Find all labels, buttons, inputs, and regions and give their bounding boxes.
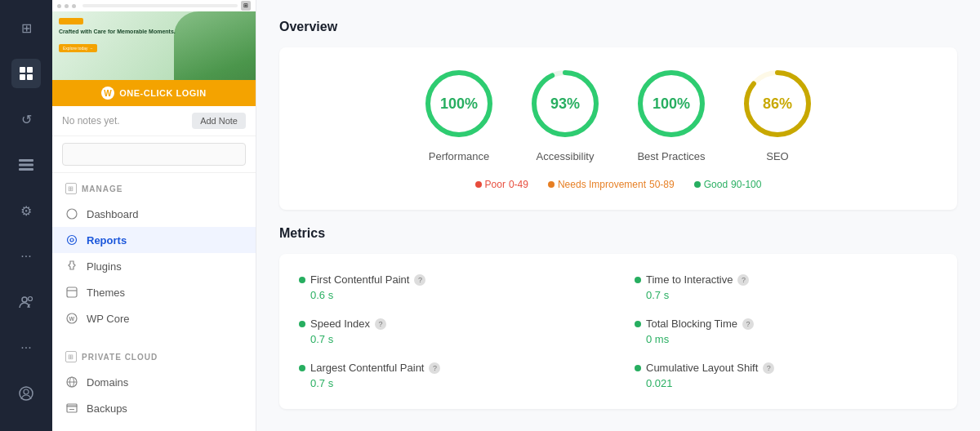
cls-value: 0.021: [635, 377, 938, 389]
search-input[interactable]: [62, 143, 246, 166]
settings-icon[interactable]: ⚙: [11, 196, 41, 225]
cls-label: Cumulative Layout Shift: [646, 362, 758, 374]
score-best-practices: 100% Best Practices: [635, 67, 708, 162]
sidebar: ⊞ Crafted with Care for Memorable Moment…: [52, 0, 256, 431]
site-preview[interactable]: ⊞ Crafted with Care for Memorable Moment…: [52, 0, 256, 80]
manage-label: ⊞ MANAGE: [52, 183, 256, 201]
seo-chart: 86%: [741, 67, 814, 140]
domains-icon: [65, 375, 78, 389]
overview-title: Overview: [279, 20, 957, 34]
tbt-dot: [635, 321, 641, 327]
themes-icon: [65, 286, 78, 299]
wp-core-label: WP Core: [87, 313, 130, 325]
cls-info-icon[interactable]: ?: [763, 362, 774, 374]
accessibility-value: 93%: [550, 96, 580, 113]
legend-good: Good 90-100: [694, 179, 762, 190]
metric-tbt: Total Blocking Time ? 0 ms: [635, 318, 938, 345]
metric-si: Speed Index ? 0.7 s: [299, 318, 602, 345]
dots2-icon[interactable]: ···: [11, 333, 41, 362]
svg-text:W: W: [69, 316, 75, 322]
backups-icon: [65, 402, 78, 415]
wp-core-icon: W: [65, 312, 78, 325]
accessibility-chart: 93%: [528, 67, 602, 140]
add-note-button[interactable]: Add Note: [192, 113, 246, 129]
seo-value: 86%: [763, 96, 792, 113]
tti-value: 0.7 s: [635, 289, 938, 301]
backups-label: Backups: [87, 402, 127, 415]
best-practices-label: Best Practices: [637, 150, 705, 162]
cls-dot: [635, 365, 641, 371]
scores-row: 100% Performance 93% Accessibility: [299, 67, 938, 162]
preview-headline: Crafted with Care for Memorable Moments.: [59, 28, 249, 35]
sidebar-item-plugins[interactable]: Plugins: [52, 253, 256, 279]
legend-needs: Needs Improvement 50-89: [548, 179, 675, 190]
preview-small-btn: Explore today →: [59, 44, 97, 52]
reports-icon: [65, 233, 78, 247]
tti-label: Time to Interactive: [646, 273, 733, 286]
svg-point-8: [29, 297, 33, 301]
layout-icon[interactable]: [11, 59, 41, 88]
notes-area: No notes yet. Add Note: [52, 106, 256, 136]
metrics-grid: First Contentful Paint ? 0.6 s Time to I…: [299, 273, 938, 389]
svg-rect-3: [27, 74, 33, 80]
sidebar-item-backups[interactable]: Backups: [52, 395, 256, 421]
fcp-label: First Contentful Paint: [310, 273, 409, 286]
svg-point-12: [70, 238, 74, 242]
sidebar-item-domains[interactable]: Domains: [52, 369, 256, 395]
accessibility-label: Accessibility: [537, 150, 595, 162]
si-value: 0.7 s: [299, 333, 602, 345]
plugins-icon: [65, 260, 78, 273]
best-practices-chart: 100%: [635, 67, 708, 140]
grid-icon[interactable]: ⊞: [11, 13, 41, 42]
tbt-info-icon[interactable]: ?: [742, 318, 754, 330]
fcp-dot: [299, 277, 305, 283]
dashboard-label: Dashboard: [87, 208, 139, 220]
svg-rect-4: [19, 159, 33, 162]
sidebar-item-reports[interactable]: Reports: [52, 227, 256, 253]
legend-needs-label: Needs Improvement: [558, 179, 646, 190]
seo-label: SEO: [766, 150, 788, 162]
poor-dot: [475, 181, 482, 188]
si-label: Speed Index: [310, 318, 370, 330]
performance-chart: 100%: [422, 67, 496, 140]
refresh-icon[interactable]: ↺: [11, 104, 41, 134]
tti-dot: [635, 277, 641, 283]
tti-info-icon[interactable]: ?: [737, 274, 749, 286]
lcp-info-icon[interactable]: ?: [429, 362, 440, 374]
user-circle-icon[interactable]: [11, 379, 41, 408]
dots-icon[interactable]: ···: [11, 242, 41, 271]
svg-rect-5: [19, 164, 33, 167]
metrics-title: Metrics: [279, 226, 957, 241]
score-accessibility: 93% Accessibility: [528, 67, 602, 162]
si-info-icon[interactable]: ?: [375, 318, 386, 330]
svg-rect-0: [20, 67, 25, 73]
metrics-card: First Contentful Paint ? 0.6 s Time to I…: [279, 254, 957, 409]
overview-card: 100% Performance 93% Accessibility: [279, 47, 957, 210]
performance-value: 100%: [440, 96, 478, 113]
one-click-login-button[interactable]: W ONE-CLICK LOGIN: [52, 80, 256, 106]
sidebar-item-themes[interactable]: Themes: [52, 279, 256, 305]
legend-good-label: Good: [704, 179, 728, 190]
notes-placeholder: No notes yet.: [62, 115, 185, 127]
legend-poor-label: Poor: [485, 179, 506, 190]
metric-cls: Cumulative Layout Shift ? 0.021: [635, 362, 938, 389]
fcp-info-icon[interactable]: ?: [414, 274, 425, 286]
sidebar-item-wp-core[interactable]: W WP Core: [52, 305, 256, 331]
table-icon[interactable]: [11, 150, 41, 180]
fcp-value: 0.6 s: [299, 289, 602, 301]
svg-point-7: [22, 297, 27, 302]
legend-needs-range: 50-89: [649, 179, 675, 190]
themes-label: Themes: [87, 287, 125, 299]
reports-label: Reports: [87, 234, 127, 247]
sidebar-item-dashboard[interactable]: Dashboard: [52, 201, 256, 227]
svg-point-11: [68, 236, 77, 245]
tbt-value: 0 ms: [635, 333, 938, 345]
performance-label: Performance: [429, 150, 489, 162]
tbt-label: Total Blocking Time: [646, 318, 737, 330]
users-icon[interactable]: [11, 287, 41, 317]
legend-good-range: 90-100: [731, 179, 761, 190]
login-button-label: ONE-CLICK LOGIN: [119, 88, 207, 98]
needs-dot: [548, 181, 555, 188]
best-practices-value: 100%: [653, 96, 690, 113]
svg-rect-6: [19, 168, 33, 171]
